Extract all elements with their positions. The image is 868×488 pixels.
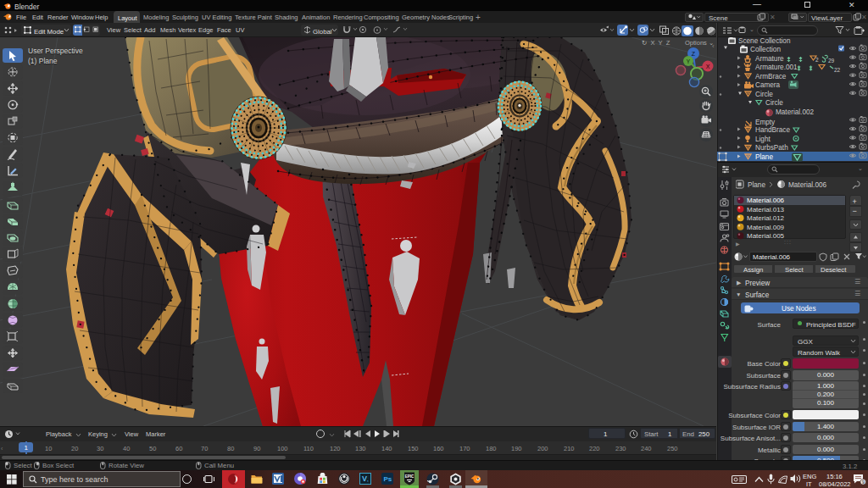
svg-text:NurbsPath: NurbsPath (755, 144, 788, 152)
svg-text:X: X (706, 64, 710, 69)
svg-text:Circle: Circle (755, 91, 773, 98)
svg-text:29: 29 (828, 58, 835, 64)
svg-text:Rotate View: Rotate View (108, 462, 144, 469)
svg-text:Light: Light (755, 136, 771, 143)
svg-text:Material.009: Material.009 (747, 224, 785, 231)
svg-text:Camera: Camera (755, 81, 781, 89)
svg-text:Empty: Empty (755, 119, 776, 126)
svg-text:Armature.001: Armature.001 (755, 64, 798, 71)
svg-text:HandBrace: HandBrace (755, 126, 790, 134)
svg-text:Material.006: Material.006 (788, 181, 827, 189)
svg-text:Collection: Collection (750, 46, 781, 53)
svg-text:Plane: Plane (755, 153, 773, 161)
svg-text:Box Select: Box Select (42, 462, 75, 469)
svg-text:Material.013: Material.013 (747, 206, 785, 214)
svg-text:Scene Collection: Scene Collection (738, 37, 791, 45)
svg-text:ArmBrace: ArmBrace (755, 73, 787, 80)
svg-text:9: 9 (862, 480, 865, 485)
svg-text:Z: Z (692, 51, 696, 57)
svg-text:Plane: Plane (748, 181, 765, 189)
svg-text:Material.002: Material.002 (776, 108, 815, 116)
svg-text:2: 2 (815, 57, 819, 63)
svg-text:Call Menu: Call Menu (204, 462, 234, 469)
svg-text:EPIC: EPIC (405, 474, 415, 479)
svg-text:Select: Select (14, 462, 33, 469)
svg-text:Y: Y (687, 58, 691, 64)
svg-text:Armature: Armature (755, 55, 784, 63)
svg-text:Material.012: Material.012 (747, 214, 785, 222)
svg-text:Material.006: Material.006 (747, 197, 785, 204)
svg-text:Circle: Circle (765, 99, 783, 107)
svg-text:Material.005: Material.005 (747, 232, 785, 240)
